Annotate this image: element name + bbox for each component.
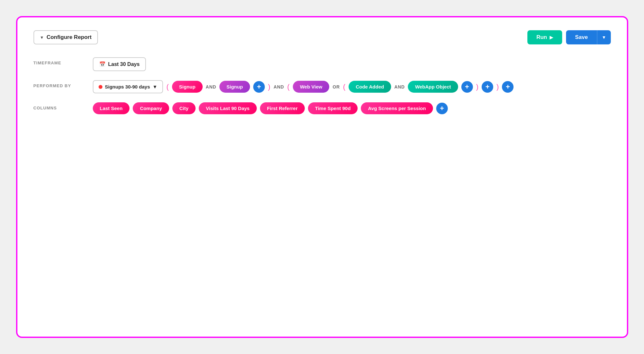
- columns-label: COLUMNS: [34, 102, 85, 110]
- or-operator-1: OR: [332, 84, 340, 89]
- open-paren-2: (: [287, 83, 290, 90]
- timeframe-value: Last 30 Days: [108, 61, 140, 67]
- calendar-icon: 📅: [99, 61, 106, 67]
- close-paren-1: ): [268, 83, 270, 90]
- close-paren-2: ): [476, 83, 478, 90]
- timeframe-label: TIMEFRAME: [34, 57, 85, 65]
- configure-report-button[interactable]: ▼ Configure Report: [34, 30, 98, 44]
- column-pill[interactable]: First Referrer: [260, 102, 305, 114]
- run-label: Run: [536, 34, 547, 41]
- segment-name: Signups 30-90 days: [105, 84, 150, 89]
- open-paren-1: (: [166, 83, 168, 90]
- performed-by-row: PERFORMED BY Signups 30-90 days ▼ ( Sign…: [34, 80, 611, 93]
- webapp-object-pill[interactable]: WebApp Object: [408, 81, 458, 93]
- run-button[interactable]: Run ▶: [527, 30, 562, 44]
- timeframe-button[interactable]: 📅 Last 30 Days: [93, 57, 146, 71]
- segment-dropdown-button[interactable]: Signups 30-90 days ▼: [93, 80, 163, 93]
- add-button-4[interactable]: +: [502, 81, 514, 93]
- close-paren-3: ): [496, 83, 499, 90]
- signup-pill-2[interactable]: Signup: [219, 81, 250, 93]
- save-button[interactable]: Save: [566, 30, 597, 44]
- chevron-down-icon: ▼: [40, 35, 44, 40]
- column-pill[interactable]: Avg Screens per Session: [361, 102, 433, 114]
- play-icon: ▶: [550, 35, 553, 40]
- add-button-1[interactable]: +: [253, 81, 265, 93]
- timeframe-row: TIMEFRAME 📅 Last 30 Days: [34, 57, 611, 71]
- header-actions: Run ▶ Save ▼: [527, 30, 611, 44]
- web-view-pill[interactable]: Web View: [293, 81, 329, 93]
- add-button-2[interactable]: +: [461, 81, 473, 93]
- performed-by-label: PERFORMED BY: [34, 80, 85, 88]
- form-section: TIMEFRAME 📅 Last 30 Days PERFORMED BY Si…: [34, 57, 611, 114]
- columns-row: COLUMNS Last SeenCompanyCityVisits Last …: [34, 102, 611, 114]
- and-operator-2: AND: [274, 84, 284, 89]
- save-button-group: Save ▼: [566, 30, 611, 44]
- timeframe-content: 📅 Last 30 Days: [93, 57, 611, 71]
- columns-content: Last SeenCompanyCityVisits Last 90 DaysF…: [93, 102, 448, 114]
- performed-by-content: Signups 30-90 days ▼ ( Signup AND Signup…: [93, 80, 611, 93]
- column-pill[interactable]: Visits Last 90 Days: [199, 102, 257, 114]
- code-added-pill[interactable]: Code Added: [349, 81, 391, 93]
- main-container: ▼ Configure Report Run ▶ Save ▼ TIMEFRAM…: [16, 16, 628, 338]
- add-button-3[interactable]: +: [482, 81, 493, 93]
- add-column-button[interactable]: +: [436, 103, 448, 114]
- and-operator-1: AND: [206, 84, 216, 89]
- red-dot-icon: [99, 85, 102, 89]
- save-dropdown-button[interactable]: ▼: [597, 30, 611, 44]
- column-pill[interactable]: City: [172, 102, 196, 114]
- configure-report-label: Configure Report: [46, 34, 91, 41]
- header-row: ▼ Configure Report Run ▶ Save ▼: [34, 30, 611, 44]
- open-paren-3: (: [343, 83, 345, 90]
- and-operator-3: AND: [394, 84, 405, 89]
- signup-pill-1[interactable]: Signup: [172, 81, 203, 93]
- column-pill[interactable]: Time Spent 90d: [308, 102, 358, 114]
- column-pill[interactable]: Last Seen: [93, 102, 130, 114]
- dropdown-chevron-icon: ▼: [153, 84, 158, 89]
- column-pill[interactable]: Company: [133, 102, 169, 114]
